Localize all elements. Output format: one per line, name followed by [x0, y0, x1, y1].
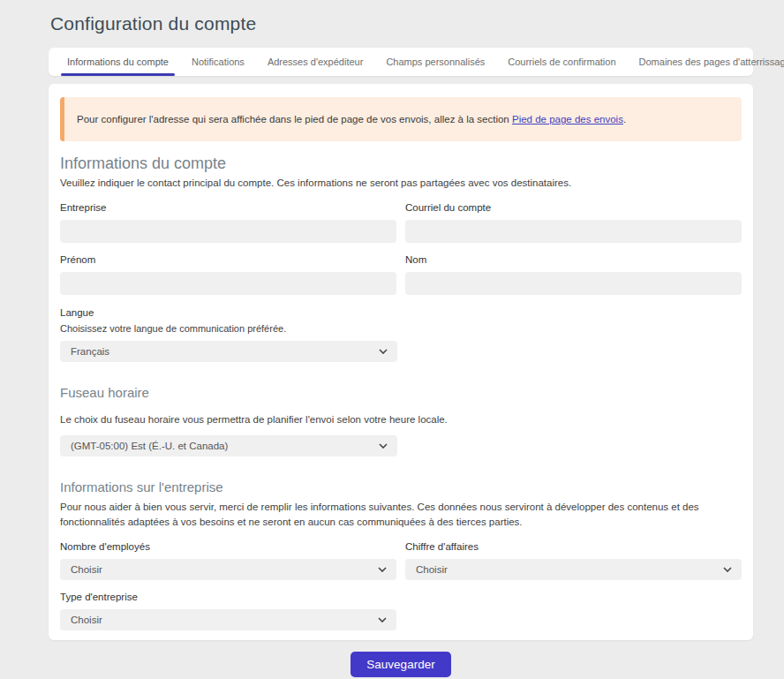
last-name-field-group: Nom: [405, 254, 742, 295]
timezone-description: Le choix du fuseau horaire vous permettr…: [60, 412, 742, 427]
save-button[interactable]: Sauvegarder: [351, 652, 450, 677]
last-name-input[interactable]: [405, 272, 742, 295]
revenue-label: Chiffre d'affaires: [405, 541, 742, 552]
company-type-label: Type d'entreprise: [60, 592, 396, 602]
timezone-section: Fuseau horaire Le choix du fuseau horair…: [60, 385, 742, 456]
language-field-group: Langue Choisissez votre langue de commun…: [60, 307, 397, 362]
alert-text-end: .: [623, 114, 626, 124]
page-title: Configuration du compte: [0, 0, 784, 48]
employees-label: Nombre d'employés: [60, 541, 396, 552]
company-type-field-group: Type d'entreprise Choisir: [60, 592, 396, 630]
account-email-input[interactable]: [405, 220, 742, 243]
employees-select[interactable]: Choisir: [60, 559, 396, 580]
tab-courriels-confirmation[interactable]: Courriels de confirmation: [496, 48, 627, 76]
language-selected-value: Français: [71, 346, 109, 357]
company-field-group: Entreprise: [60, 202, 396, 243]
company-type-selected-value: Choisir: [71, 615, 102, 625]
footer-info-alert: Pour configurer l'adresse qui sera affic…: [60, 97, 742, 141]
chevron-down-icon: [723, 567, 732, 572]
tab-informations-du-compte[interactable]: Informations du compte: [56, 48, 180, 76]
first-name-field-group: Prénom: [60, 254, 396, 295]
tab-adresses-expediteur[interactable]: Adresses d'expéditeur: [256, 48, 375, 76]
timezone-section-heading: Fuseau horaire: [60, 385, 742, 400]
timezone-select[interactable]: (GMT-05:00) Est (É.-U. et Canada): [60, 435, 397, 456]
account-section-description: Veuillez indiquer le contact principal d…: [60, 176, 742, 191]
language-label: Langue: [60, 307, 397, 318]
first-name-input[interactable]: [60, 272, 396, 295]
company-info-description: Pour nous aider à bien vous servir, merc…: [60, 500, 742, 531]
language-description: Choisissez votre langue de communication…: [60, 323, 397, 334]
first-name-label: Prénom: [60, 254, 396, 265]
revenue-field-group: Chiffre d'affaires Choisir: [405, 541, 742, 580]
account-email-field-group: Courriel du compte: [405, 202, 742, 243]
tab-domaines-pages-atterrissage[interactable]: Domaines des pages d'atterrissage: [628, 48, 784, 76]
chevron-down-icon: [378, 567, 387, 572]
account-email-label: Courriel du compte: [405, 202, 742, 213]
account-section-heading: Informations du compte: [60, 155, 742, 173]
footer-settings-link[interactable]: Pied de page des envois: [512, 114, 623, 124]
chevron-down-icon: [379, 443, 388, 449]
tab-bar: Informations du compte Notifications Adr…: [49, 48, 753, 76]
chevron-down-icon: [378, 617, 387, 622]
chevron-down-icon: [379, 349, 388, 354]
tab-notifications[interactable]: Notifications: [180, 48, 256, 76]
company-input[interactable]: [60, 220, 396, 243]
company-type-select[interactable]: Choisir: [60, 609, 396, 630]
account-fields-grid: Entreprise Courriel du compte Prénom Nom: [60, 202, 742, 295]
tab-champs-personnalises[interactable]: Champs personnalisés: [374, 48, 496, 76]
company-info-grid: Nombre d'employés Choisir Chiffre d'affa…: [60, 541, 742, 630]
settings-card: Pour configurer l'adresse qui sera affic…: [49, 84, 753, 640]
revenue-select[interactable]: Choisir: [405, 559, 742, 580]
company-info-heading: Informations sur l'entreprise: [60, 479, 742, 494]
employees-selected-value: Choisir: [71, 564, 102, 575]
last-name-label: Nom: [405, 254, 742, 265]
timezone-selected-value: (GMT-05:00) Est (É.-U. et Canada): [71, 441, 228, 451]
alert-text: Pour configurer l'adresse qui sera affic…: [77, 114, 512, 124]
company-info-section: Informations sur l'entreprise Pour nous …: [60, 479, 742, 631]
company-label: Entreprise: [60, 202, 396, 213]
revenue-selected-value: Choisir: [416, 564, 448, 575]
employees-field-group: Nombre d'employés Choisir: [60, 541, 396, 580]
language-select[interactable]: Français: [60, 341, 397, 362]
